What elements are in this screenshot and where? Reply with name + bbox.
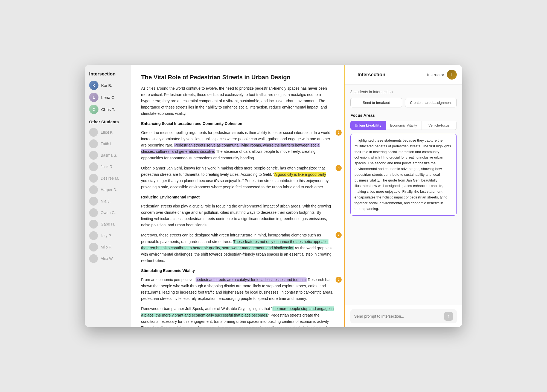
send-to-breakout-button[interactable]: Send to breakout xyxy=(350,98,402,107)
avatar-other xyxy=(89,208,98,217)
back-arrow-icon[interactable]: ← xyxy=(350,72,355,78)
sidebar-item-other[interactable]: Alex W. xyxy=(89,254,127,263)
avatar-other xyxy=(89,220,98,229)
section1-heading: Enhancing Social Interaction and Communi… xyxy=(141,121,334,127)
sidebar-item-other[interactable]: Gabe H. xyxy=(89,220,127,229)
sidebar-item-other[interactable]: Desiree M. xyxy=(89,174,127,183)
sidebar-item-other[interactable]: Nia J. xyxy=(89,197,127,206)
student-name-other: Gabe H. xyxy=(101,222,115,226)
section1-p2: Urban planner Jan Gehl, known for his wo… xyxy=(141,165,334,190)
focus-tab-1[interactable]: Economic Vitality xyxy=(386,121,421,130)
prompt-input-wrapper: ↑ xyxy=(350,309,457,323)
panel-header-left: ← Intersection xyxy=(350,72,385,78)
sidebar-item-other[interactable]: Izzy P. xyxy=(89,231,127,240)
sidebar: Intersection K Kai B. L Lena C. C Chris … xyxy=(85,65,131,327)
avatar-other xyxy=(89,231,98,240)
student-name-other: Jack R. xyxy=(101,165,114,169)
article-intro: As cities around the world continue to e… xyxy=(141,85,334,117)
sidebar-item-other[interactable]: Faith L. xyxy=(89,139,127,148)
student-name-chris: Chris T. xyxy=(101,107,115,112)
avatar-chris: C xyxy=(89,105,98,114)
sidebar-section-title: Intersection xyxy=(89,71,127,77)
annotation-badge-3: 2 xyxy=(336,232,342,238)
sidebar-item-other[interactable]: Basma S. xyxy=(89,151,127,160)
article-body: As cities around the world continue to e… xyxy=(141,85,334,327)
other-students-title: Other Students xyxy=(89,119,127,124)
student-name-other: Desiree M. xyxy=(101,176,119,180)
annotation-badge-2: 3 xyxy=(336,165,342,171)
student-name-other: Basma S. xyxy=(101,153,117,157)
focus-tab-2[interactable]: Vehicle-focus xyxy=(421,121,457,130)
student-name-other: Faith L. xyxy=(101,142,114,146)
create-assignment-button[interactable]: Create shared assignment xyxy=(405,98,457,107)
focus-areas-title: Focus Areas xyxy=(350,113,457,118)
article-title: The Vital Role of Pedestrian Streets in … xyxy=(141,74,334,81)
student-name-other: Izzy P. xyxy=(101,233,112,238)
sidebar-item-chris[interactable]: C Chris T. xyxy=(89,105,127,114)
student-name-other: Milo F. xyxy=(101,245,112,249)
avatar-other xyxy=(89,151,98,160)
prompt-input[interactable] xyxy=(354,314,442,318)
focus-tab-0[interactable]: Urban Livability xyxy=(350,121,386,130)
annotation-badge-1: 2 xyxy=(336,130,342,136)
avatar-other xyxy=(89,128,98,137)
student-name-kai: Kai B. xyxy=(101,83,112,88)
student-name-other: Owen G. xyxy=(101,210,116,215)
student-name-lena: Lena C. xyxy=(101,95,116,100)
sidebar-item-other[interactable]: Milo F. xyxy=(89,243,127,251)
avatar-other xyxy=(89,254,98,263)
panel-footer: ↑ xyxy=(345,305,462,327)
students-count: 3 students in intersection xyxy=(350,90,457,94)
instructor-avatar: I xyxy=(447,70,457,80)
student-name-other: Alex W. xyxy=(101,256,114,261)
highlight-purple-2: pedestrian streets are a catalyst for lo… xyxy=(196,277,307,282)
student-name-other: Elliot K. xyxy=(101,130,114,134)
annotation-badge-4: 2 xyxy=(336,277,342,283)
highlight-yellow-1: A good city is like a good party xyxy=(274,172,326,177)
main-content: The Vital Role of Pedestrian Streets in … xyxy=(131,65,344,327)
panel-header: ← Intersection Instructor I xyxy=(345,65,462,85)
focus-content: I highlighted these statements because t… xyxy=(350,134,457,216)
student-name-other: Nia J. xyxy=(101,199,110,203)
action-buttons: Send to breakout Create shared assignmen… xyxy=(350,98,457,107)
send-button[interactable]: ↑ xyxy=(444,312,453,321)
section2-heading: Reducing Environmental Impact xyxy=(141,194,334,200)
instructor-label: Instructor xyxy=(427,72,444,77)
sidebar-item-other[interactable]: Harper D. xyxy=(89,185,127,194)
avatar-other xyxy=(89,139,98,148)
panel-title: Intersection xyxy=(357,72,385,78)
instructor-section: Instructor I xyxy=(427,70,457,80)
avatar-other xyxy=(89,174,98,183)
section2-p2: Moreover, these streets can be designed … xyxy=(141,232,334,264)
section3-p1: From an economic perspective, pedestrian… xyxy=(141,277,334,302)
avatar-other xyxy=(89,243,98,251)
avatar-other xyxy=(89,185,98,194)
sidebar-item-other[interactable]: Elliot K. xyxy=(89,128,127,137)
sidebar-item-kai[interactable]: K Kai B. xyxy=(89,81,127,90)
sidebar-item-other[interactable]: Owen G. xyxy=(89,208,127,217)
avatar-other xyxy=(89,162,98,171)
section3-p2: Renowned urban planner Jeff Speck, autho… xyxy=(141,306,334,327)
panel-body: 3 students in intersection Send to break… xyxy=(345,85,462,305)
sidebar-item-other[interactable]: Jack R. xyxy=(89,162,127,171)
right-panel: ← Intersection Instructor I 3 students i… xyxy=(345,65,462,327)
section2-p1: Pedestrian streets also play a crucial r… xyxy=(141,203,334,228)
avatar-kai: K xyxy=(89,81,98,90)
sidebar-item-lena[interactable]: L Lena C. xyxy=(89,93,127,102)
avatar-lena: L xyxy=(89,93,98,102)
focus-tabs: Urban LivabilityEconomic VitalityVehicle… xyxy=(350,121,457,130)
student-name-other: Harper D. xyxy=(101,188,117,192)
avatar-other xyxy=(89,197,98,206)
section3-heading: Stimulating Economic Vitality xyxy=(141,268,334,274)
section1-p1: One of the most compelling arguments for… xyxy=(141,130,334,161)
